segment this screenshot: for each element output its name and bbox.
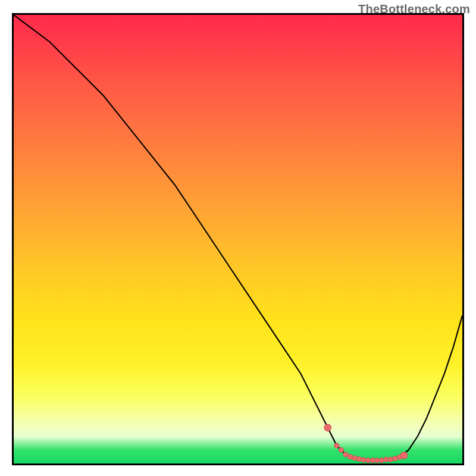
curve-marker (379, 458, 384, 463)
curve-marker (334, 443, 339, 448)
curve-marker (356, 456, 361, 461)
curve-marker (343, 452, 348, 457)
plot-area (12, 13, 464, 465)
curve-marker (352, 456, 357, 461)
curve-marker (400, 452, 408, 459)
curve-markers (324, 424, 408, 463)
curve-marker (339, 447, 343, 452)
watermark-text: TheBottleneck.com (358, 2, 470, 16)
curve-marker (324, 424, 331, 431)
curve-overlay (14, 15, 462, 464)
curve-marker (361, 458, 366, 462)
curve-marker (388, 457, 393, 462)
curve-marker (347, 455, 352, 459)
curve-marker (393, 456, 397, 461)
chart-container: TheBottleneck.com (0, 0, 476, 476)
bottleneck-curve (14, 15, 462, 461)
